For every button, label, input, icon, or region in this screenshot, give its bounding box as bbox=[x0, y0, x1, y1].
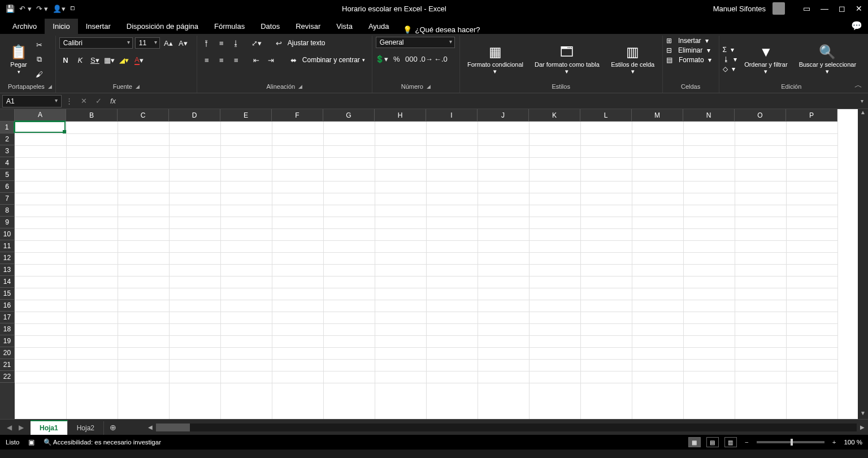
enter-formula-icon[interactable]: ✓ bbox=[91, 97, 106, 105]
avatar[interactable] bbox=[772, 2, 785, 15]
column-header-A[interactable]: A bbox=[15, 109, 66, 122]
font-size-combo[interactable]: 11 bbox=[135, 37, 160, 49]
insert-cells-button[interactable]: ⊞ Insertar ▾ bbox=[666, 37, 709, 45]
cell-styles-button[interactable]: ▥ Estilos de celda ▾ bbox=[607, 44, 659, 75]
zoom-slider[interactable] bbox=[757, 441, 824, 443]
column-header-C[interactable]: C bbox=[118, 109, 169, 122]
format-as-table-button[interactable]: 🗔 Dar formato como tabla ▾ bbox=[531, 44, 604, 75]
orientation-icon[interactable]: ⤢▾ bbox=[250, 37, 263, 49]
conditional-format-button[interactable]: ▦ Formato condicional ▾ bbox=[463, 44, 527, 75]
sheet-next-icon[interactable]: ▶ bbox=[16, 424, 26, 431]
font-name-combo[interactable]: Calibri bbox=[59, 37, 133, 49]
insert-function-icon[interactable]: fx bbox=[106, 97, 120, 105]
row-header-17[interactable]: 17 bbox=[0, 312, 15, 323]
page-layout-view-icon[interactable]: ▤ bbox=[706, 437, 719, 447]
close-icon[interactable]: ✕ bbox=[856, 4, 862, 13]
column-header-L[interactable]: L bbox=[580, 109, 632, 122]
horizontal-scrollbar[interactable]: ◀ ▶ bbox=[145, 424, 868, 431]
dialog-launcher-icon[interactable]: ◢ bbox=[136, 84, 140, 89]
comma-format-icon[interactable]: 000 bbox=[405, 53, 418, 65]
format-cells-button[interactable]: ▤ Formato ▾ bbox=[666, 56, 711, 64]
scroll-left-icon[interactable]: ◀ bbox=[145, 424, 156, 430]
find-select-button[interactable]: 🔍 Buscar y seleccionar ▾ bbox=[795, 44, 860, 75]
tab-revisar[interactable]: Revisar bbox=[288, 19, 328, 34]
column-header-G[interactable]: G bbox=[323, 109, 375, 122]
align-bottom-icon[interactable]: ⭳ bbox=[230, 37, 242, 49]
row-header-8[interactable]: 8 bbox=[0, 205, 15, 217]
sheet-prev-icon[interactable]: ◀ bbox=[5, 424, 14, 431]
qat-customize-icon[interactable]: ⧠ bbox=[70, 6, 75, 11]
font-color-icon[interactable]: A▾ bbox=[133, 54, 145, 66]
paste-button[interactable]: 📋 Pegar ▾ bbox=[8, 44, 29, 75]
macro-record-icon[interactable]: ▣ bbox=[28, 438, 34, 446]
decrease-font-icon[interactable]: A▾ bbox=[177, 37, 189, 49]
redo-icon[interactable]: ↷ ▾ bbox=[36, 5, 49, 13]
tell-me-search[interactable]: 💡 ¿Qué desea hacer? bbox=[403, 25, 480, 34]
share-icon[interactable]: 💬 bbox=[851, 20, 862, 31]
align-right-icon[interactable]: ≡ bbox=[230, 54, 242, 66]
underline-button[interactable]: S▾ bbox=[89, 54, 101, 66]
expand-formula-bar-icon[interactable]: ▾ bbox=[856, 98, 868, 104]
column-header-H[interactable]: H bbox=[375, 109, 426, 122]
wrap-text-icon[interactable]: ↩ bbox=[273, 37, 285, 49]
column-header-N[interactable]: N bbox=[683, 109, 735, 122]
column-header-E[interactable]: E bbox=[220, 109, 272, 122]
select-all-button[interactable] bbox=[0, 109, 15, 122]
sheet-tab-hoja1[interactable]: Hoja1 bbox=[31, 420, 68, 435]
row-header-4[interactable]: 4 bbox=[0, 157, 15, 169]
row-header-3[interactable]: 3 bbox=[0, 145, 15, 157]
name-box[interactable]: A1 bbox=[2, 95, 62, 107]
row-header-20[interactable]: 20 bbox=[0, 347, 15, 359]
autosum-button[interactable]: Σ ▾ bbox=[723, 46, 737, 54]
scroll-up-icon[interactable]: ▲ bbox=[858, 109, 868, 118]
number-format-combo[interactable]: General bbox=[376, 37, 455, 48]
row-header-22[interactable]: 22 bbox=[0, 371, 15, 383]
save-icon[interactable]: 💾 bbox=[6, 5, 15, 13]
row-header-7[interactable]: 7 bbox=[0, 193, 15, 205]
merge-label[interactable]: Combinar y centrar bbox=[302, 56, 360, 64]
row-header-11[interactable]: 11 bbox=[0, 240, 15, 252]
row-header-13[interactable]: 13 bbox=[0, 264, 15, 276]
decrease-decimal-icon[interactable]: ←.0 bbox=[435, 53, 447, 65]
align-left-icon[interactable]: ≡ bbox=[201, 54, 213, 66]
row-header-9[interactable]: 9 bbox=[0, 217, 15, 228]
row-header-6[interactable]: 6 bbox=[0, 181, 15, 193]
italic-button[interactable]: K bbox=[74, 54, 86, 66]
page-break-view-icon[interactable]: ▥ bbox=[724, 437, 737, 447]
undo-icon[interactable]: ↶ ▾ bbox=[19, 5, 32, 13]
chevron-down-icon[interactable]: ▾ bbox=[362, 57, 365, 63]
align-middle-icon[interactable]: ≡ bbox=[215, 37, 228, 49]
formula-input[interactable] bbox=[120, 96, 856, 107]
row-header-15[interactable]: 15 bbox=[0, 288, 15, 300]
maximize-icon[interactable]: ◻ bbox=[839, 4, 845, 13]
decrease-indent-icon[interactable]: ⇤ bbox=[250, 54, 263, 66]
fill-button[interactable]: ⭳ ▾ bbox=[723, 55, 737, 63]
dialog-launcher-icon[interactable]: ◢ bbox=[298, 84, 302, 89]
format-painter-icon[interactable]: 🖌 bbox=[33, 68, 45, 80]
row-header-16[interactable]: 16 bbox=[0, 300, 15, 312]
accounting-format-icon[interactable]: 💲▾ bbox=[376, 53, 388, 65]
ribbon-display-icon[interactable]: ▭ bbox=[803, 4, 810, 13]
sheet-tab-hoja2[interactable]: Hoja2 bbox=[68, 421, 104, 435]
clear-button[interactable]: ◇ ▾ bbox=[723, 65, 737, 73]
bold-button[interactable]: N bbox=[59, 54, 72, 66]
column-header-I[interactable]: I bbox=[426, 109, 478, 122]
column-header-J[interactable]: J bbox=[478, 109, 529, 122]
zoom-level[interactable]: 100 % bbox=[844, 439, 862, 446]
delete-cells-button[interactable]: ⊟ Eliminar ▾ bbox=[666, 46, 710, 54]
fill-color-icon[interactable]: ◢▾ bbox=[118, 54, 131, 66]
column-header-D[interactable]: D bbox=[169, 109, 220, 122]
row-header-5[interactable]: 5 bbox=[0, 169, 15, 181]
dialog-launcher-icon[interactable]: ◢ bbox=[48, 84, 52, 89]
accessibility-status[interactable]: 🔍 Accesibilidad: es necesario investigar bbox=[44, 438, 161, 446]
column-header-K[interactable]: K bbox=[529, 109, 580, 122]
scroll-down-icon[interactable]: ▼ bbox=[858, 410, 868, 419]
column-header-P[interactable]: P bbox=[786, 109, 837, 122]
zoom-in-icon[interactable]: + bbox=[830, 439, 839, 446]
tab-disposicion[interactable]: Disposición de página bbox=[119, 19, 206, 34]
percent-format-icon[interactable]: % bbox=[390, 53, 403, 65]
column-header-F[interactable]: F bbox=[272, 109, 323, 122]
vertical-scrollbar[interactable]: ▲ ▼ bbox=[858, 109, 868, 419]
column-header-B[interactable]: B bbox=[66, 109, 118, 122]
align-center-icon[interactable]: ≡ bbox=[215, 54, 228, 66]
